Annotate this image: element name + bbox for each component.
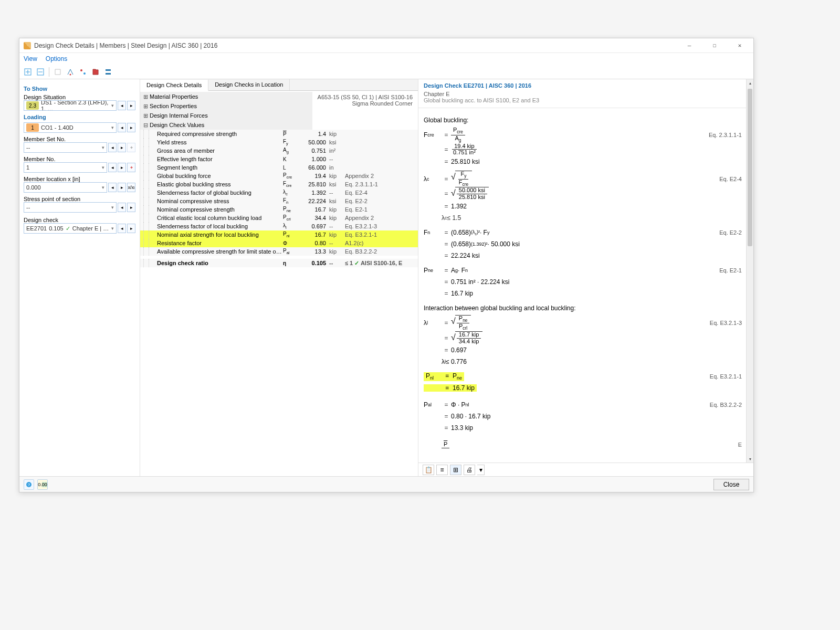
- design-value-row[interactable]: Critical elastic local column buckling l…: [140, 214, 418, 222]
- dv-unit: kip: [328, 248, 345, 255]
- group-section[interactable]: Section Properties: [140, 101, 312, 111]
- design-value-row[interactable]: Global buckling forcePcre19.4kipAppendix…: [140, 172, 418, 180]
- calc-chapter-sub: Global buckling acc. to AISI S100, E2 an…: [424, 97, 748, 103]
- tool-icon-stress[interactable]: [65, 67, 76, 77]
- tool-icon-header-footer[interactable]: [103, 67, 113, 77]
- combo-design-check[interactable]: EE2701 0.105 ✓ Chapter E | Gl… ▾: [24, 223, 117, 234]
- design-value-row[interactable]: Elastic global buckling stressFcre25.810…: [140, 180, 418, 188]
- prev-design-situation-button[interactable]: ◂: [118, 101, 126, 110]
- tool-icon-expand[interactable]: [23, 67, 33, 77]
- title-bar: Design Check Details | Members | Steel D…: [19, 38, 753, 53]
- combo-member-text: 1: [26, 164, 29, 171]
- design-value-row[interactable]: Available compressive strength for limit…: [140, 247, 418, 256]
- app-icon: [24, 42, 31, 49]
- menu-options[interactable]: Options: [46, 55, 67, 62]
- scroll-up-icon[interactable]: ▴: [747, 79, 753, 87]
- next-member-button[interactable]: ▸: [118, 163, 126, 172]
- tab-details[interactable]: Design Check Details: [140, 80, 208, 91]
- group-forces[interactable]: Design Internal Forces: [140, 111, 312, 120]
- dv-label: Segment length: [157, 164, 283, 171]
- tool-icon-collapse[interactable]: [35, 67, 46, 77]
- design-value-row[interactable]: Nominal compressive strengthPne16.7kipEq…: [140, 205, 418, 214]
- calc-tool-print[interactable]: 🖨: [464, 465, 475, 475]
- svg-text:?: ?: [28, 482, 30, 487]
- scroll-thumb[interactable]: [748, 89, 752, 246]
- minimize-button[interactable]: —: [680, 40, 699, 51]
- svg-point-4: [83, 72, 86, 75]
- prev-member-set-button[interactable]: ◂: [108, 143, 117, 152]
- prev-design-check-button[interactable]: ◂: [118, 224, 126, 233]
- scroll-down-icon[interactable]: ▾: [747, 455, 753, 463]
- tab-location[interactable]: Design Checks in Location: [208, 79, 290, 90]
- combo-member-location[interactable]: 0.000 ▾: [24, 182, 107, 193]
- sym-lambda-l: λl: [424, 319, 442, 327]
- tool-icon-section[interactable]: [52, 67, 63, 77]
- calc-tool-copy[interactable]: 📋: [423, 465, 434, 475]
- details-body: Material Properties Section Properties D…: [140, 91, 418, 476]
- tool-icon-book[interactable]: [90, 67, 101, 77]
- design-value-row[interactable]: Segment lengthL66.000in: [140, 163, 418, 172]
- next-design-situation-button[interactable]: ▸: [127, 101, 135, 110]
- label-stress-point: Stress point of section: [24, 196, 135, 202]
- dv-symbol: Pnl: [283, 231, 302, 238]
- design-value-row[interactable]: Gross area of memberAg0.751in²: [140, 146, 418, 155]
- sym-pne: Pne: [424, 267, 442, 274]
- combo-member-set[interactable]: -- ▾: [24, 142, 107, 153]
- dv-unit: kip: [328, 173, 345, 179]
- next-loading-button[interactable]: ▸: [127, 123, 135, 132]
- next-stress-point-button[interactable]: ▸: [127, 203, 135, 212]
- select-member-set-button[interactable]: ⌖: [127, 143, 135, 152]
- next-member-set-button[interactable]: ▸: [118, 143, 126, 152]
- combo-design-situation[interactable]: 2.3 DS1 - Section 2.3 (LRFD), 1. … ▾: [24, 100, 117, 111]
- label-member-set-no: Member Set No.: [24, 136, 135, 142]
- close-dialog-button[interactable]: Close: [713, 479, 749, 490]
- dv-value: 50.000: [302, 139, 328, 145]
- dv-value: 16.7: [302, 206, 328, 213]
- heading-loading: Loading: [24, 114, 135, 120]
- combo-stress-point[interactable]: -- ▾: [24, 202, 117, 213]
- group-values[interactable]: Design Check Values: [140, 120, 312, 130]
- maximize-button[interactable]: ☐: [705, 40, 724, 51]
- chevron-down-icon: ▾: [102, 165, 104, 170]
- chevron-down-icon: ▾: [111, 226, 114, 231]
- design-value-row[interactable]: Resistance factorΦ0.80--A1.2(c): [140, 239, 418, 247]
- prev-member-button[interactable]: ◂: [108, 163, 117, 172]
- design-value-row[interactable]: Nominal axial strength for local bucklin…: [140, 230, 418, 239]
- design-value-row[interactable]: Yield stressFy50.000ksi: [140, 138, 418, 146]
- design-value-row[interactable]: Required compressive strengthP1.4kip: [140, 130, 418, 138]
- menu-view[interactable]: View: [24, 55, 37, 62]
- select-member-button[interactable]: ⌖: [127, 163, 135, 172]
- calc-tool-grid[interactable]: ⊞: [450, 465, 461, 475]
- heading-to-show: To Show: [24, 86, 135, 92]
- footer-units-icon[interactable]: 0.00: [37, 479, 48, 490]
- prev-stress-point-button[interactable]: ◂: [118, 203, 126, 212]
- design-ratio[interactable]: Design check ratioη0.105--≤ 1 ✓ AISI S10…: [140, 259, 418, 267]
- location-xi-button[interactable]: x/xi: [127, 183, 135, 192]
- calc-tool-print-dropdown[interactable]: ▾: [477, 465, 485, 475]
- next-location-button[interactable]: ▸: [118, 183, 126, 192]
- scrollbar[interactable]: ▴ ▾: [746, 79, 753, 463]
- tool-icon-stress-points[interactable]: [78, 67, 88, 77]
- design-value-row[interactable]: Slenderness factor of global bucklingλc1…: [140, 188, 418, 197]
- chevron-down-icon: ▾: [102, 145, 104, 150]
- prev-location-button[interactable]: ◂: [108, 183, 117, 192]
- group-material[interactable]: Material Properties: [140, 92, 312, 101]
- design-value-row[interactable]: Nominal compressive stressFn22.224ksiEq.…: [140, 197, 418, 205]
- prev-loading-button[interactable]: ◂: [118, 123, 126, 132]
- next-design-check-button[interactable]: ▸: [127, 224, 135, 233]
- footer-help-icon[interactable]: ?: [24, 479, 34, 490]
- combo-stress-point-text: --: [26, 204, 30, 211]
- dv-label: Nominal axial strength for local bucklin…: [157, 232, 283, 238]
- design-value-row[interactable]: Slenderness factor of local bucklingλl0.…: [140, 222, 418, 230]
- calc-tool-list[interactable]: ≡: [436, 465, 448, 475]
- combo-member[interactable]: 1 ▾: [24, 162, 107, 173]
- material-info-line1: A653-15 (SS 50, Cl 1) | AISI S100-16: [318, 94, 413, 100]
- close-button[interactable]: ✕: [730, 40, 749, 51]
- combo-loading[interactable]: 1 CO1 - 1.40D ▾: [24, 122, 117, 133]
- dv-label: Effective length factor: [157, 156, 283, 162]
- design-value-row[interactable]: Effective length factorK1.000--: [140, 155, 418, 163]
- calc-scroll[interactable]: Global buckling: Fcre = PcreAg Eq. 2.3.1…: [418, 108, 753, 463]
- chevron-down-icon: ▾: [111, 103, 114, 108]
- tabs: Design Check Details Design Checks in Lo…: [140, 79, 418, 91]
- dv-reference: Eq. E2-2: [345, 198, 403, 204]
